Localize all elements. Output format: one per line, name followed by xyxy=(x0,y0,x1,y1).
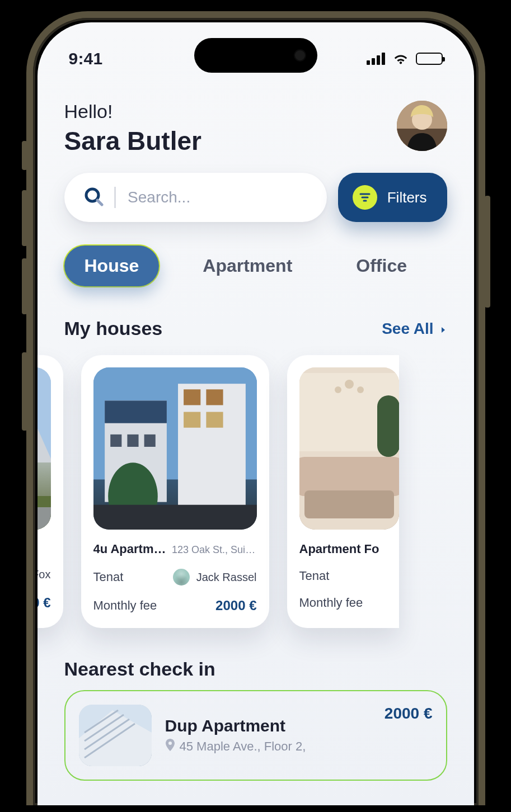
svg-rect-31 xyxy=(299,457,399,496)
checkin-image xyxy=(79,705,152,766)
property-card[interactable]: 4u Apartment 123 Oak St., Suite... Tenat… xyxy=(81,355,269,628)
dynamic-island xyxy=(194,38,317,73)
user-name: Sara Butler xyxy=(64,126,201,156)
property-image xyxy=(93,367,257,530)
property-title: Apartment Fo xyxy=(299,542,399,556)
see-all-label: See All xyxy=(382,320,433,338)
tenant-label: Tenat xyxy=(299,569,330,583)
property-title: 4u Apartment xyxy=(93,542,168,556)
property-address: Pine Rd., Office 12B, xyxy=(37,542,51,554)
section-title-my-houses: My houses xyxy=(64,318,163,339)
svg-rect-15 xyxy=(105,400,167,423)
filter-icon xyxy=(353,185,377,210)
tenant-name: Robert Fox xyxy=(37,568,51,581)
svg-point-28 xyxy=(345,380,354,389)
property-fee: 1690 € xyxy=(37,595,51,611)
svg-rect-18 xyxy=(206,389,223,405)
filters-label: Filters xyxy=(387,189,427,206)
status-time: 9:41 xyxy=(69,49,103,68)
pin-icon xyxy=(165,739,175,754)
checkin-card[interactable]: Dup Apartment 45 Maple Ave., Floor 2, 20… xyxy=(64,690,447,781)
category-tabs: House Apartment Office xyxy=(37,222,474,286)
fee-label: Monthly fee xyxy=(299,596,363,610)
svg-rect-17 xyxy=(184,389,200,405)
section-title-nearest-checkin: Nearest check in xyxy=(37,628,474,690)
svg-rect-25 xyxy=(93,505,257,530)
cellular-signal-icon xyxy=(367,53,386,65)
search-input[interactable] xyxy=(126,188,308,207)
tab-house[interactable]: House xyxy=(64,246,160,286)
text-cursor xyxy=(115,187,116,208)
property-card[interactable]: Pine Rd., Office 12B, Robert Fox 1690 € xyxy=(37,355,63,628)
property-image xyxy=(37,367,51,530)
phone-frame: 9:41 Hello! Sara Butler xyxy=(26,11,485,805)
checkin-address: 45 Maple Ave., Floor 2, xyxy=(180,739,306,754)
property-image xyxy=(299,367,399,530)
svg-point-30 xyxy=(357,386,364,393)
tenant-name: Jack Rassel xyxy=(196,571,257,584)
tenant-avatar xyxy=(173,569,190,586)
see-all-link[interactable]: See All xyxy=(382,320,447,338)
svg-rect-12 xyxy=(37,507,51,530)
svg-rect-21 xyxy=(110,435,121,447)
svg-rect-23 xyxy=(144,435,155,447)
filters-button[interactable]: Filters xyxy=(338,173,447,222)
chevron-right-icon xyxy=(439,320,447,338)
fee-label: Monthly fee xyxy=(93,598,157,613)
tab-office[interactable]: Office xyxy=(336,246,427,286)
svg-rect-20 xyxy=(206,412,223,428)
my-houses-list[interactable]: Pine Rd., Office 12B, Robert Fox 1690 € xyxy=(37,345,474,628)
property-address: 123 Oak St., Suite... xyxy=(172,544,256,556)
avatar[interactable] xyxy=(397,101,447,151)
property-card[interactable]: Apartment Fo Tenat Monthly fee xyxy=(287,355,399,628)
svg-rect-33 xyxy=(377,395,399,457)
checkin-price: 2000 € xyxy=(385,705,433,723)
svg-rect-32 xyxy=(304,490,394,518)
search-box[interactable] xyxy=(64,173,327,222)
screen: 9:41 Hello! Sara Butler xyxy=(37,22,474,805)
tab-apartment[interactable]: Apartment xyxy=(182,246,312,286)
wifi-icon xyxy=(392,49,409,68)
svg-rect-19 xyxy=(184,412,200,428)
greeting-block: Hello! Sara Butler xyxy=(64,101,201,156)
svg-line-4 xyxy=(97,200,102,205)
search-icon xyxy=(83,186,104,209)
checkin-name: Dup Apartment xyxy=(165,716,371,735)
property-fee: 2000 € xyxy=(215,598,256,613)
svg-rect-22 xyxy=(127,435,138,447)
tenant-label: Tenat xyxy=(93,570,124,584)
svg-point-29 xyxy=(335,386,341,393)
greeting-hello: Hello! xyxy=(64,101,201,122)
battery-icon xyxy=(416,53,443,65)
